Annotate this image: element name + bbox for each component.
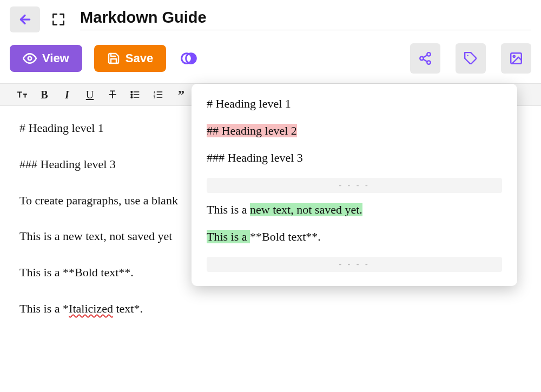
diff-panel: # Heading level 1 ## Heading level 2 ###…: [192, 84, 517, 286]
share-button[interactable]: [410, 43, 440, 74]
svg-point-1: [28, 57, 32, 61]
numbered-list-icon: 123: [153, 89, 163, 100]
eye-icon: [23, 51, 37, 65]
italic-button[interactable]: I: [61, 88, 74, 101]
diff-line: # Heading level 1: [207, 97, 502, 111]
text-fragment: text*.: [113, 302, 143, 315]
svg-line-7: [423, 59, 427, 62]
venn-diagram-icon: [180, 50, 197, 67]
diff-toggle-button[interactable]: [178, 48, 200, 69]
editor-line: This is a *Italicized text*.: [19, 301, 522, 317]
text-fragment: This is a *: [19, 302, 69, 315]
diff-line-added: This is a **Bold text**.: [207, 230, 502, 244]
expand-icon: [51, 12, 65, 26]
bullet-list-button[interactable]: [129, 88, 142, 101]
svg-point-16: [131, 94, 133, 96]
diff-line: ### Heading level 3: [207, 151, 502, 165]
diff-deleted-text: ## Heading level 2: [207, 124, 297, 137]
arrow-left-icon: [18, 12, 32, 26]
header-bar: Markdown Guide: [0, 0, 541, 38]
svg-text:3: 3: [154, 96, 155, 99]
diff-added-text: new text, not saved yet.: [250, 203, 362, 216]
expand-button[interactable]: [50, 11, 67, 28]
diff-separator: - - - -: [207, 178, 502, 193]
view-button[interactable]: View: [10, 45, 82, 72]
text-size-icon: [16, 89, 28, 101]
spellcheck-word: Italicized: [69, 302, 113, 315]
tag-icon: [464, 51, 478, 65]
back-button[interactable]: [10, 6, 40, 32]
save-icon: [107, 52, 120, 65]
tag-button[interactable]: [456, 43, 486, 74]
share-icon: [418, 51, 432, 65]
diff-separator: - - - -: [207, 257, 502, 272]
strikethrough-button[interactable]: [106, 88, 119, 101]
image-icon: [509, 51, 523, 65]
view-label: View: [42, 51, 69, 65]
diff-added-text: This is a: [207, 230, 250, 243]
bullet-list-icon: [130, 89, 141, 100]
heading-toggle[interactable]: [15, 88, 28, 101]
strikethrough-icon: [107, 89, 118, 100]
svg-line-8: [423, 55, 427, 57]
svg-point-11: [513, 56, 515, 57]
blockquote-button[interactable]: ”: [174, 88, 187, 101]
document-title[interactable]: Markdown Guide: [80, 9, 531, 30]
save-label: Save: [126, 51, 153, 65]
action-bar: View Save: [0, 38, 541, 83]
underline-button[interactable]: U: [83, 88, 96, 101]
svg-point-17: [131, 97, 133, 98]
save-button[interactable]: Save: [94, 45, 166, 72]
text-fragment: **Bold text**.: [250, 230, 321, 243]
svg-point-15: [131, 91, 133, 93]
numbered-list-button[interactable]: 123: [151, 88, 164, 101]
bold-button[interactable]: B: [38, 88, 51, 101]
image-button[interactable]: [501, 43, 531, 74]
diff-line-deleted: ## Heading level 2: [207, 124, 502, 138]
diff-line-added: This is a new text, not saved yet.: [207, 203, 502, 217]
text-fragment: This is a: [207, 203, 250, 216]
